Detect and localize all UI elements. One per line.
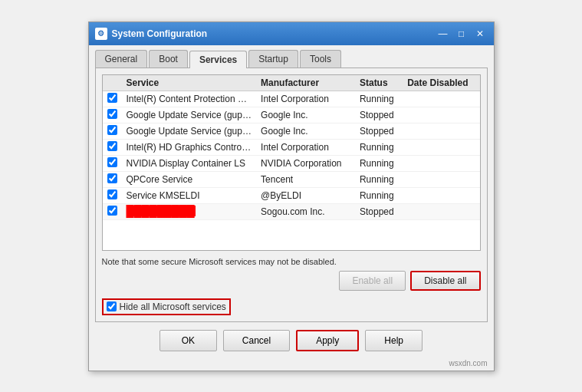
hide-microsoft-text: Hide all Microsoft services (120, 301, 226, 312)
date-disabled-cell (403, 171, 479, 187)
system-configuration-window: ⚙ System Configuration — □ ✕ General Boo… (88, 21, 495, 371)
service-name-cell: █████████ (122, 203, 257, 219)
manufacturer-cell: Intel Corporation (256, 91, 355, 107)
table-row: Google Update Service (gupdatem)Google I… (103, 123, 480, 139)
enable-disable-row: Enable all Disable all (102, 271, 481, 291)
manufacturer-cell: NVIDIA Corporation (256, 155, 355, 171)
date-disabled-cell (403, 107, 479, 123)
status-cell: Stopped (355, 107, 403, 123)
table-row: █████████Sogou.com Inc.Stopped (103, 203, 480, 219)
status-cell: Stopped (355, 123, 403, 139)
date-disabled-cell (403, 187, 479, 203)
title-controls: — □ ✕ (436, 27, 488, 41)
service-name-cell: Intel(R) HD Graphics Control Pa... (122, 139, 257, 155)
table-row: Intel(R) Content Protection HEC...Intel … (103, 91, 480, 107)
table-row: Intel(R) HD Graphics Control Pa...Intel … (103, 139, 480, 155)
table-row: NVIDIA Display Container LSNVIDIA Corpor… (103, 155, 480, 171)
col-date-disabled: Date Disabled (403, 75, 479, 91)
service-checkbox[interactable] (107, 109, 117, 119)
window-icon: ⚙ (95, 28, 107, 40)
disable-all-button[interactable]: Disable all (410, 271, 480, 291)
manufacturer-cell: Intel Corporation (256, 139, 355, 155)
date-disabled-cell (403, 91, 479, 107)
service-checkbox[interactable] (107, 189, 117, 199)
service-name-cell: Google Update Service (gupdate) (122, 107, 257, 123)
close-button[interactable]: ✕ (472, 27, 488, 41)
status-cell: Stopped (355, 203, 403, 219)
date-disabled-cell (403, 139, 479, 155)
status-cell: Running (355, 171, 403, 187)
apply-button[interactable]: Apply (296, 330, 359, 351)
title-bar: ⚙ System Configuration — □ ✕ (89, 22, 494, 45)
service-checkbox[interactable] (107, 125, 117, 135)
col-status: Status (355, 75, 403, 91)
tab-startup[interactable]: Startup (248, 50, 298, 68)
ok-button[interactable]: OK (159, 330, 217, 351)
date-disabled-cell (403, 123, 479, 139)
enable-all-button[interactable]: Enable all (339, 271, 406, 291)
col-service: Service (122, 75, 257, 91)
service-name-cell: NVIDIA Display Container LS (122, 155, 257, 171)
table-row: QPCore ServiceTencentRunning (103, 171, 480, 187)
hide-microsoft-checkbox[interactable] (107, 301, 117, 311)
service-name-cell: Intel(R) Content Protection HEC... (122, 91, 257, 107)
service-checkbox[interactable] (107, 173, 117, 183)
status-cell: Running (355, 139, 403, 155)
manufacturer-cell: @ByELDI (256, 187, 355, 203)
maximize-button[interactable]: □ (454, 27, 469, 41)
date-disabled-cell (403, 155, 479, 171)
service-checkbox[interactable] (107, 93, 117, 103)
col-checkbox (103, 75, 122, 91)
service-name-cell: QPCore Service (122, 171, 257, 187)
service-checkbox[interactable] (107, 157, 117, 167)
service-name-cell: Service KMSELDI (122, 187, 257, 203)
services-table: Service Manufacturer Status Date Disable… (103, 75, 480, 220)
col-manufacturer: Manufacturer (256, 75, 355, 91)
date-disabled-cell (403, 203, 479, 219)
tab-tools[interactable]: Tools (300, 50, 341, 68)
hide-microsoft-row: Hide all Microsoft services (102, 298, 481, 315)
main-content: Service Manufacturer Status Date Disable… (95, 68, 488, 322)
table-header-row: Service Manufacturer Status Date Disable… (103, 75, 480, 91)
title-bar-left: ⚙ System Configuration (95, 28, 208, 40)
service-checkbox[interactable] (107, 206, 117, 216)
note-text: Note that some secure Microsoft services… (102, 257, 481, 266)
tab-boot[interactable]: Boot (149, 50, 188, 68)
table-row: Service KMSELDI@ByELDIRunning (103, 187, 480, 203)
hide-microsoft-label[interactable]: Hide all Microsoft services (102, 298, 231, 315)
tab-services[interactable]: Services (189, 51, 247, 68)
status-cell: Running (355, 187, 403, 203)
watermark: wsxdn.com (89, 359, 494, 371)
window-title: System Configuration (112, 28, 208, 39)
status-cell: Running (355, 155, 403, 171)
status-cell: Running (355, 91, 403, 107)
minimize-button[interactable]: — (436, 27, 451, 41)
bottom-buttons-row: OK Cancel Apply Help (89, 322, 494, 359)
services-table-container: Service Manufacturer Status Date Disable… (102, 74, 481, 251)
service-checkbox[interactable] (107, 141, 117, 151)
manufacturer-cell: Sogou.com Inc. (256, 203, 355, 219)
manufacturer-cell: Tencent (256, 171, 355, 187)
table-row: Google Update Service (gupdate)Google In… (103, 107, 480, 123)
help-button[interactable]: Help (365, 330, 423, 351)
tab-bar: General Boot Services Startup Tools (89, 45, 494, 68)
manufacturer-cell: Google Inc. (256, 107, 355, 123)
tab-general[interactable]: General (95, 50, 148, 68)
service-name-cell: Google Update Service (gupdatem) (122, 123, 257, 139)
cancel-button[interactable]: Cancel (223, 330, 290, 351)
manufacturer-cell: Google Inc. (256, 123, 355, 139)
